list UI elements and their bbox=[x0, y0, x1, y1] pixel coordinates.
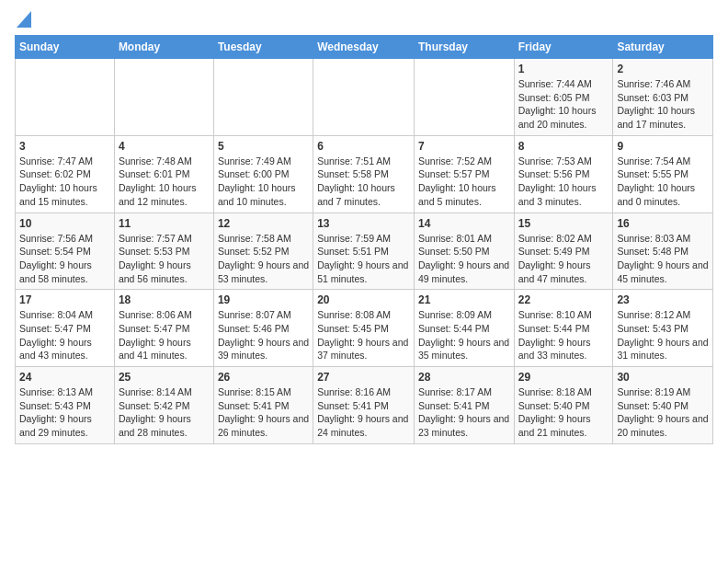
day-info: Sunrise: 7:54 AMSunset: 5:55 PMDaylight:… bbox=[617, 155, 709, 209]
calendar-cell: 6Sunrise: 7:51 AMSunset: 5:58 PMDaylight… bbox=[313, 135, 415, 213]
day-number: 16 bbox=[617, 217, 709, 230]
weekday-header-cell: Monday bbox=[114, 36, 213, 59]
day-number: 29 bbox=[518, 371, 609, 384]
day-number: 18 bbox=[119, 293, 210, 306]
day-info: Sunrise: 8:01 AMSunset: 5:50 PMDaylight:… bbox=[418, 232, 510, 286]
day-number: 23 bbox=[617, 293, 709, 306]
calendar-cell: 7Sunrise: 7:52 AMSunset: 5:57 PMDaylight… bbox=[414, 135, 514, 213]
day-info: Sunrise: 8:03 AMSunset: 5:48 PMDaylight:… bbox=[617, 232, 709, 286]
day-info: Sunrise: 8:06 AMSunset: 5:47 PMDaylight:… bbox=[119, 308, 210, 362]
calendar-body: 1Sunrise: 7:44 AMSunset: 6:05 PMDaylight… bbox=[16, 59, 713, 444]
day-info: Sunrise: 8:04 AMSunset: 5:47 PMDaylight:… bbox=[19, 308, 110, 362]
calendar-week-row: 1Sunrise: 7:44 AMSunset: 6:05 PMDaylight… bbox=[16, 59, 713, 136]
calendar-cell: 29Sunrise: 8:18 AMSunset: 5:40 PMDayligh… bbox=[514, 367, 613, 444]
calendar-cell: 4Sunrise: 7:48 AMSunset: 6:01 PMDaylight… bbox=[114, 135, 213, 213]
day-number: 22 bbox=[518, 293, 609, 306]
day-info: Sunrise: 7:53 AMSunset: 5:56 PMDaylight:… bbox=[518, 155, 609, 209]
day-number: 12 bbox=[218, 217, 309, 230]
day-number: 20 bbox=[317, 293, 410, 306]
day-info: Sunrise: 7:49 AMSunset: 6:00 PMDaylight:… bbox=[218, 155, 309, 209]
day-number: 27 bbox=[317, 371, 410, 384]
calendar-cell: 27Sunrise: 8:16 AMSunset: 5:41 PMDayligh… bbox=[313, 367, 415, 444]
day-number: 10 bbox=[19, 217, 110, 230]
calendar-cell: 12Sunrise: 7:58 AMSunset: 5:52 PMDayligh… bbox=[213, 213, 313, 290]
day-number: 13 bbox=[317, 217, 410, 230]
calendar-cell: 13Sunrise: 7:59 AMSunset: 5:51 PMDayligh… bbox=[313, 213, 415, 290]
day-number: 9 bbox=[617, 140, 709, 153]
day-number: 19 bbox=[218, 293, 309, 306]
day-number: 28 bbox=[418, 371, 510, 384]
calendar-cell: 5Sunrise: 7:49 AMSunset: 6:00 PMDaylight… bbox=[213, 135, 313, 213]
calendar-table: SundayMondayTuesdayWednesdayThursdayFrid… bbox=[15, 35, 713, 444]
calendar-week-row: 17Sunrise: 8:04 AMSunset: 5:47 PMDayligh… bbox=[16, 290, 713, 367]
day-info: Sunrise: 8:12 AMSunset: 5:43 PMDaylight:… bbox=[617, 308, 709, 362]
calendar-cell: 17Sunrise: 8:04 AMSunset: 5:47 PMDayligh… bbox=[16, 290, 115, 367]
logo bbox=[15, 15, 31, 28]
calendar-cell: 30Sunrise: 8:19 AMSunset: 5:40 PMDayligh… bbox=[613, 367, 713, 444]
day-number: 3 bbox=[19, 140, 110, 153]
day-info: Sunrise: 7:56 AMSunset: 5:54 PMDaylight:… bbox=[19, 232, 110, 286]
day-number: 17 bbox=[19, 293, 110, 306]
calendar-cell: 21Sunrise: 8:09 AMSunset: 5:44 PMDayligh… bbox=[414, 290, 514, 367]
day-number: 25 bbox=[119, 371, 210, 384]
day-info: Sunrise: 7:57 AMSunset: 5:53 PMDaylight:… bbox=[119, 232, 210, 286]
calendar-cell: 24Sunrise: 8:13 AMSunset: 5:43 PMDayligh… bbox=[16, 367, 115, 444]
svg-marker-0 bbox=[17, 11, 31, 28]
day-number: 8 bbox=[518, 140, 609, 153]
calendar-week-row: 24Sunrise: 8:13 AMSunset: 5:43 PMDayligh… bbox=[16, 367, 713, 444]
day-info: Sunrise: 8:08 AMSunset: 5:45 PMDaylight:… bbox=[317, 308, 410, 362]
calendar-cell: 15Sunrise: 8:02 AMSunset: 5:49 PMDayligh… bbox=[514, 213, 613, 290]
day-number: 26 bbox=[218, 371, 309, 384]
day-number: 2 bbox=[617, 63, 709, 75]
day-number: 6 bbox=[317, 140, 410, 153]
day-number: 11 bbox=[119, 217, 210, 230]
day-number: 15 bbox=[518, 217, 609, 230]
day-info: Sunrise: 8:17 AMSunset: 5:41 PMDaylight:… bbox=[418, 385, 510, 440]
day-number: 24 bbox=[19, 371, 110, 384]
calendar-cell bbox=[414, 59, 514, 136]
calendar-week-row: 10Sunrise: 7:56 AMSunset: 5:54 PMDayligh… bbox=[16, 213, 713, 290]
weekday-header-row: SundayMondayTuesdayWednesdayThursdayFrid… bbox=[16, 36, 713, 59]
day-info: Sunrise: 8:19 AMSunset: 5:40 PMDaylight:… bbox=[617, 385, 709, 440]
calendar-cell: 23Sunrise: 8:12 AMSunset: 5:43 PMDayligh… bbox=[613, 290, 713, 367]
day-info: Sunrise: 8:18 AMSunset: 5:40 PMDaylight:… bbox=[518, 385, 609, 440]
day-info: Sunrise: 7:59 AMSunset: 5:51 PMDaylight:… bbox=[317, 232, 410, 286]
weekday-header-cell: Wednesday bbox=[313, 36, 415, 59]
calendar-cell: 3Sunrise: 7:47 AMSunset: 6:02 PMDaylight… bbox=[16, 135, 115, 213]
day-info: Sunrise: 7:46 AMSunset: 6:03 PMDaylight:… bbox=[617, 77, 709, 132]
day-info: Sunrise: 7:48 AMSunset: 6:01 PMDaylight:… bbox=[119, 155, 210, 209]
day-number: 30 bbox=[617, 371, 709, 384]
day-info: Sunrise: 8:15 AMSunset: 5:41 PMDaylight:… bbox=[218, 385, 309, 440]
calendar-cell: 10Sunrise: 7:56 AMSunset: 5:54 PMDayligh… bbox=[16, 213, 115, 290]
day-info: Sunrise: 8:09 AMSunset: 5:44 PMDaylight:… bbox=[418, 308, 510, 362]
calendar-cell: 2Sunrise: 7:46 AMSunset: 6:03 PMDaylight… bbox=[613, 59, 713, 136]
weekday-header-cell: Saturday bbox=[613, 36, 713, 59]
calendar-cell: 9Sunrise: 7:54 AMSunset: 5:55 PMDaylight… bbox=[613, 135, 713, 213]
calendar-cell: 19Sunrise: 8:07 AMSunset: 5:46 PMDayligh… bbox=[213, 290, 313, 367]
day-number: 1 bbox=[518, 63, 609, 75]
weekday-header-cell: Friday bbox=[514, 36, 613, 59]
day-info: Sunrise: 8:07 AMSunset: 5:46 PMDaylight:… bbox=[218, 308, 309, 362]
calendar-cell: 22Sunrise: 8:10 AMSunset: 5:44 PMDayligh… bbox=[514, 290, 613, 367]
day-number: 7 bbox=[418, 140, 510, 153]
day-info: Sunrise: 8:02 AMSunset: 5:49 PMDaylight:… bbox=[518, 232, 609, 286]
calendar-cell: 26Sunrise: 8:15 AMSunset: 5:41 PMDayligh… bbox=[213, 367, 313, 444]
calendar-cell: 16Sunrise: 8:03 AMSunset: 5:48 PMDayligh… bbox=[613, 213, 713, 290]
calendar-cell: 25Sunrise: 8:14 AMSunset: 5:42 PMDayligh… bbox=[114, 367, 213, 444]
calendar-cell: 18Sunrise: 8:06 AMSunset: 5:47 PMDayligh… bbox=[114, 290, 213, 367]
calendar-cell: 28Sunrise: 8:17 AMSunset: 5:41 PMDayligh… bbox=[414, 367, 514, 444]
day-info: Sunrise: 8:16 AMSunset: 5:41 PMDaylight:… bbox=[317, 385, 410, 440]
day-number: 5 bbox=[218, 140, 309, 153]
calendar-week-row: 3Sunrise: 7:47 AMSunset: 6:02 PMDaylight… bbox=[16, 135, 713, 213]
calendar-cell bbox=[213, 59, 313, 136]
day-info: Sunrise: 7:58 AMSunset: 5:52 PMDaylight:… bbox=[218, 232, 309, 286]
calendar-cell: 8Sunrise: 7:53 AMSunset: 5:56 PMDaylight… bbox=[514, 135, 613, 213]
day-number: 4 bbox=[119, 140, 210, 153]
day-number: 21 bbox=[418, 293, 510, 306]
weekday-header-cell: Sunday bbox=[16, 36, 115, 59]
calendar-cell bbox=[16, 59, 115, 136]
day-info: Sunrise: 7:47 AMSunset: 6:02 PMDaylight:… bbox=[19, 155, 110, 209]
page-header bbox=[15, 15, 713, 28]
day-info: Sunrise: 8:13 AMSunset: 5:43 PMDaylight:… bbox=[19, 385, 110, 440]
calendar-cell: 1Sunrise: 7:44 AMSunset: 6:05 PMDaylight… bbox=[514, 59, 613, 136]
